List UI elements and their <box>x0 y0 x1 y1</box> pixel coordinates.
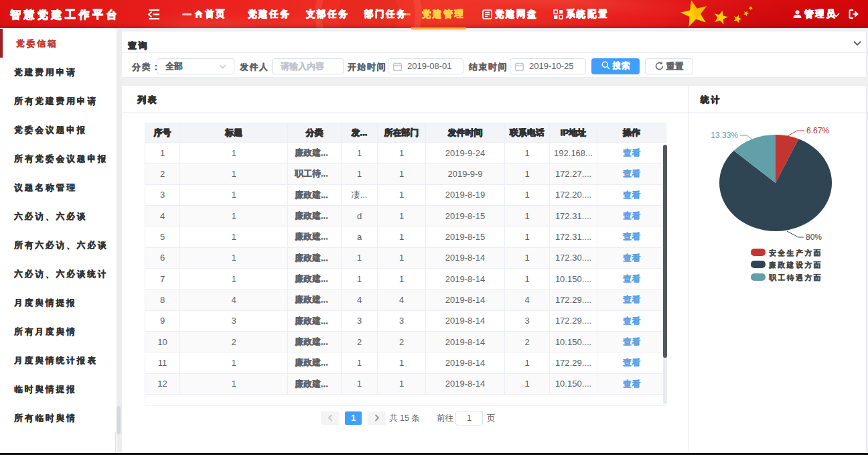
svg-text:13.33%: 13.33% <box>711 131 738 140</box>
svg-text:6.67%: 6.67% <box>806 126 829 135</box>
svg-text:80%: 80% <box>806 233 822 242</box>
